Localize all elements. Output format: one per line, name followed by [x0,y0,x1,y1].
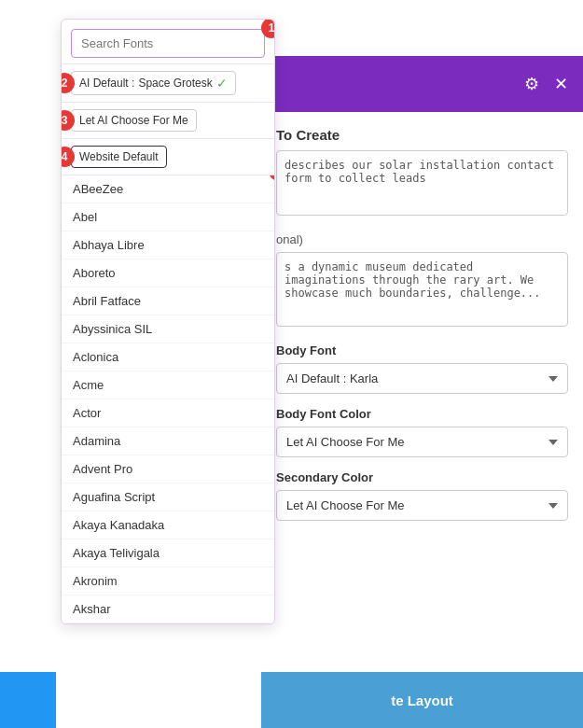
font-list: 5 ABeeZeeAbelAbhaya LibreAboretoAbril Fa… [62,175,274,623]
website-default-box: Website Default [71,146,167,168]
let-ai-label: Let AI Choose For Me [79,114,188,127]
body-font-color-select[interactable]: Let AI Choose For Me [276,427,568,457]
search-input[interactable] [71,29,265,58]
right-panel-content: To Create describes our solar installati… [261,112,583,672]
list-item[interactable]: Abril Fatface [62,287,274,315]
website-default-label: Website Default [79,150,159,163]
list-item[interactable]: Akaya Kanadaka [62,511,274,539]
body-font-label: Body Font [276,343,568,357]
list-item[interactable]: Abel [62,203,274,231]
list-item[interactable]: Akshar [62,595,274,623]
list-item[interactable]: Actor [62,399,274,427]
list-item[interactable]: Akaya Telivigala [62,539,274,567]
ai-default-option[interactable]: 2 AI Default : Space Grotesk ✓ [62,64,274,103]
description-textarea[interactable]: describes our solar installation contact… [276,150,568,216]
panel-header: ⚙ ✕ [261,56,583,112]
close-icon[interactable]: ✕ [554,74,568,94]
let-ai-box: Let AI Choose For Me [71,109,197,132]
font-dropdown: 1 2 AI Default : Space Grotesk ✓ 3 Let A… [61,19,275,624]
checkmark-icon: ✓ [216,76,228,91]
list-item[interactable]: Acme [62,371,274,399]
body-font-color-label: Body Font Color [276,407,568,421]
to-create-label: To Create [276,127,568,143]
list-item[interactable]: Advent Pro [62,455,274,483]
ai-default-font: Space Grotesk [138,77,212,90]
secondary-color-select[interactable]: Let AI Choose For Me [276,490,568,521]
left-sidebar-hint[interactable] [0,672,56,728]
website-default-option[interactable]: 4 Website Default [62,139,274,175]
list-item[interactable]: Akronim [62,567,274,595]
ai-default-box: AI Default : Space Grotesk ✓ [71,71,236,95]
list-item[interactable]: Abyssinica SIL [62,315,274,343]
list-item[interactable]: ABeeZee [62,175,274,203]
list-item[interactable]: Aboreto [62,259,274,287]
list-item[interactable]: Adamina [62,427,274,455]
list-item[interactable]: Aclonica [62,343,274,371]
optional-textarea[interactable]: s a dynamic museum dedicated imagination… [276,252,568,327]
main-panel: ⚙ ✕ To Create describes our solar instal… [0,0,583,728]
secondary-color-label: Secondary Color [276,470,568,484]
optional-label: onal) [276,232,568,246]
bottom-bar-label: te Layout [391,693,453,708]
font-search-wrapper: 1 [62,20,274,64]
list-item[interactable]: Aguafina Script [62,483,274,511]
bottom-bar[interactable]: te Layout [261,672,583,728]
list-item[interactable]: Abhaya Libre [62,231,274,259]
gear-icon[interactable]: ⚙ [524,74,539,94]
ai-default-label: AI Default : [79,77,134,90]
body-font-select[interactable]: AI Default : Karla [276,363,568,394]
let-ai-option[interactable]: 3 Let AI Choose For Me [62,103,274,139]
